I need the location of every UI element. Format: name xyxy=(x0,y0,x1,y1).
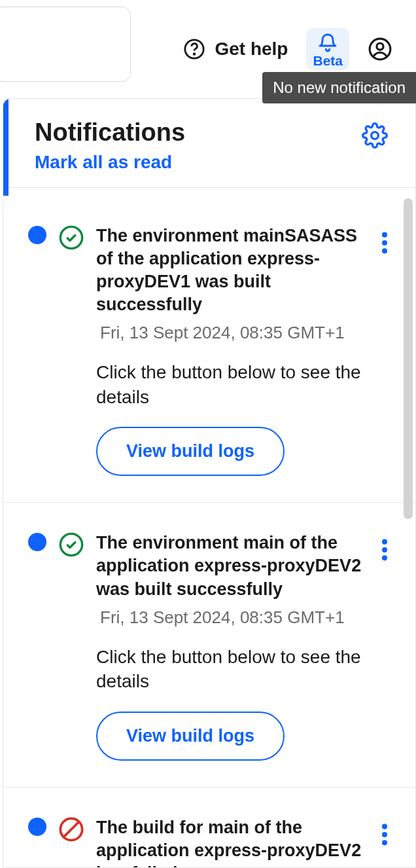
notification-desc: Click the button below to see the detail… xyxy=(96,360,362,407)
notifications-settings-button[interactable] xyxy=(360,121,389,150)
notifications-list: The environment mainSASASS of the applic… xyxy=(3,196,415,867)
notifications-bell-button[interactable]: Beta xyxy=(306,28,349,70)
success-icon xyxy=(58,532,84,558)
svg-point-12 xyxy=(382,556,387,561)
notification-menu-button[interactable] xyxy=(373,227,396,259)
notification-time: Fri, 13 Sept 2024, 08:35 GMT+1 xyxy=(96,607,362,628)
get-help-button[interactable]: Get help xyxy=(183,38,288,60)
search-box[interactable] xyxy=(0,7,131,82)
svg-point-11 xyxy=(382,547,387,552)
panel-header: Notifications Mark all as read xyxy=(3,99,415,188)
user-avatar-button[interactable] xyxy=(368,37,392,62)
notification-menu-button[interactable] xyxy=(373,819,396,850)
notifications-panel: Notifications Mark all as read The envir… xyxy=(3,98,416,868)
notification-body: The build for main of the application ex… xyxy=(96,816,362,867)
notification-title: The environment main of the application … xyxy=(96,532,362,600)
success-icon xyxy=(58,225,84,251)
view-logs-button[interactable]: View build logs xyxy=(96,712,285,761)
beta-badge: Beta xyxy=(313,53,343,69)
notification-time: Fri, 13 Sept 2024, 08:35 GMT+1 xyxy=(96,323,362,343)
scrollbar[interactable] xyxy=(404,198,413,519)
svg-point-16 xyxy=(382,832,387,837)
svg-point-10 xyxy=(382,539,387,545)
notification-item: The environment mainSASASS of the applic… xyxy=(3,196,415,503)
mark-all-read-button[interactable]: Mark all as read xyxy=(35,152,185,173)
notification-desc: Click the button below to see the detail… xyxy=(96,645,362,692)
svg-line-14 xyxy=(63,822,78,837)
help-icon xyxy=(183,38,205,60)
error-icon xyxy=(58,816,84,842)
svg-point-3 xyxy=(377,43,383,50)
svg-point-6 xyxy=(382,232,387,238)
svg-point-15 xyxy=(382,823,387,829)
notification-menu-button[interactable] xyxy=(373,534,396,566)
panel-title: Notifications xyxy=(35,118,185,147)
unread-dot xyxy=(28,818,46,836)
view-logs-button[interactable]: View build logs xyxy=(96,427,285,476)
notification-body: The environment main of the application … xyxy=(96,532,362,760)
svg-point-7 xyxy=(382,240,387,245)
notification-body: The environment mainSASASS of the applic… xyxy=(96,225,362,476)
notifications-tooltip: No new notification xyxy=(262,72,416,103)
svg-point-4 xyxy=(372,132,379,139)
notification-item: The environment main of the application … xyxy=(3,503,415,787)
svg-point-17 xyxy=(382,840,387,845)
get-help-label: Get help xyxy=(215,39,288,60)
svg-point-8 xyxy=(382,248,387,253)
notification-title: The environment mainSASASS of the applic… xyxy=(96,225,362,316)
panel-accent xyxy=(3,99,9,196)
bell-icon xyxy=(317,32,339,54)
notification-item: The build for main of the application ex… xyxy=(3,787,415,867)
unread-dot xyxy=(28,226,46,244)
unread-dot xyxy=(28,533,46,551)
svg-point-1 xyxy=(194,54,196,55)
notification-title: The build for main of the application ex… xyxy=(96,816,362,867)
